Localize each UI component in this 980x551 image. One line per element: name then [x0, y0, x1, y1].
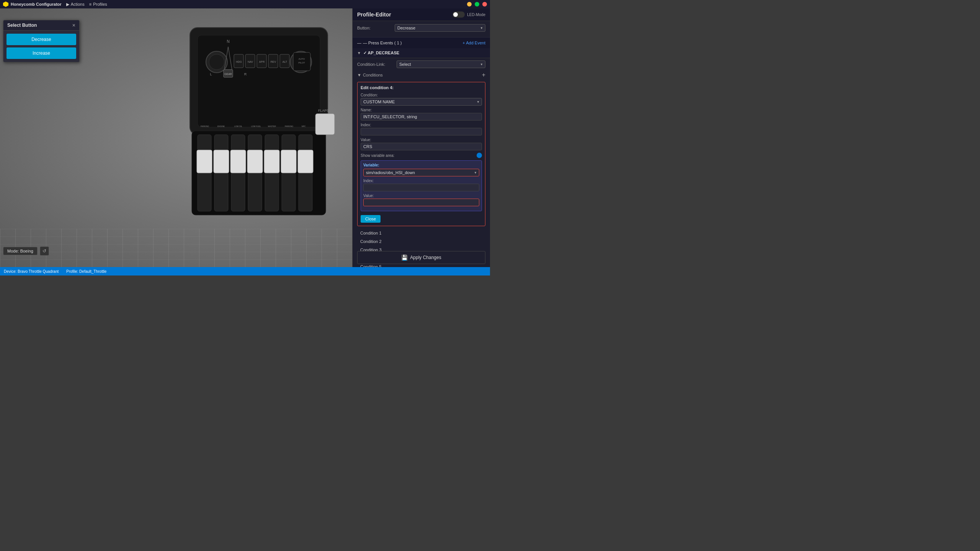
play-icon: ▶	[66, 2, 69, 7]
minimize-button[interactable]	[467, 2, 472, 7]
ap-decrease-title: ✓ AP_DECREASE	[363, 51, 399, 55]
close-condition-button[interactable]: Close	[361, 215, 381, 223]
condition-field-label: Condition:	[361, 93, 482, 97]
increase-button[interactable]: Increase	[7, 47, 76, 59]
panel-title: Profile-Editor	[357, 11, 391, 18]
variable-section-title: Variable:	[363, 163, 479, 167]
svg-rect-39	[298, 150, 313, 173]
name-input[interactable]	[361, 113, 482, 121]
svg-text:LOW FUEL: LOW FUEL	[251, 125, 261, 127]
panel-header: Profile-Editor LED-Mode	[353, 8, 490, 21]
svg-rect-41	[315, 114, 335, 135]
add-condition-button[interactable]: +	[482, 72, 485, 78]
edit-condition-title: Edit condition 4:	[361, 85, 482, 90]
press-events-title: — — Press Events ( 1 )	[357, 41, 402, 45]
var-value-input[interactable]	[363, 199, 479, 206]
svg-text:ALT: ALT	[282, 60, 287, 63]
svg-point-3	[209, 54, 224, 70]
button-section: Button: Decrease	[353, 21, 490, 37]
button-dropdown[interactable]: Decrease	[395, 24, 485, 32]
throttle-svg: HDG NAV APR REV ALT AUTO PILOT N L R GEA…	[167, 16, 351, 230]
conditions-title-row: ▼ Conditions	[357, 73, 383, 77]
svg-text:FLAPS: FLAPS	[318, 109, 329, 112]
svg-text:GEAR: GEAR	[224, 73, 232, 75]
led-mode-toggle[interactable]	[452, 11, 465, 18]
svg-text:NAV: NAV	[248, 60, 253, 63]
value-input[interactable]	[361, 143, 482, 150]
app-title: Honeycomb Configurator	[11, 2, 62, 7]
popup-close-button[interactable]: ×	[72, 23, 75, 28]
svg-rect-34	[214, 150, 229, 173]
svg-text:HDG: HDG	[236, 60, 242, 63]
svg-rect-36	[247, 150, 263, 173]
profile-info: Profile: Default_Throttle	[66, 269, 106, 274]
list-icon: ≡	[89, 2, 91, 7]
conditions-label: Conditions	[363, 73, 383, 77]
app-logo: Honeycomb Configurator	[3, 2, 62, 7]
show-variable-row: Show variable area:	[361, 153, 482, 158]
name-field-label: Name:	[361, 108, 482, 112]
condition-link-label: Condition-Link:	[357, 62, 394, 67]
chevron-down-icon: ▼	[357, 51, 361, 55]
variable-input-row: sim/radios/obs_HSI_down	[363, 169, 479, 176]
ap-decrease-section: ▼ ✓ AP_DECREASE Condition-Link: Select ▼…	[353, 48, 490, 267]
show-variable-toggle[interactable]	[477, 153, 482, 158]
popup-title: Select Button	[7, 23, 37, 28]
popup-header: Select Button ×	[3, 20, 79, 31]
variable-dropdown[interactable]: sim/radios/obs_HSI_down	[363, 169, 479, 176]
condition-type-dropdown[interactable]: CUSTOM NAME	[361, 98, 482, 106]
ap-decrease-header[interactable]: ▼ ✓ AP_DECREASE	[353, 48, 490, 58]
svg-text:REV: REV	[270, 60, 276, 63]
select-button-popup: Select Button × Decrease Increase	[3, 20, 80, 62]
apply-changes-button[interactable]: 💾 Apply Changes	[357, 251, 485, 264]
maximize-button[interactable]	[475, 2, 479, 7]
apply-changes-label: Apply Changes	[410, 255, 441, 260]
svg-text:R: R	[244, 72, 247, 76]
condition-link-dropdown[interactable]: Select	[397, 60, 485, 68]
var-index-label: Index:	[363, 179, 479, 183]
conditions-chevron-icon: ▼	[357, 73, 361, 77]
svg-text:LOW OIL: LOW OIL	[234, 125, 242, 127]
var-index-field-row: Index:	[363, 179, 479, 191]
dash-icon: —	[357, 41, 361, 45]
svg-text:MASTER: MASTER	[268, 125, 276, 127]
var-index-input[interactable]	[363, 184, 479, 191]
svg-text:APR: APR	[259, 60, 264, 63]
led-mode-group: LED-Mode	[452, 11, 485, 18]
condition-item-2[interactable]: Condition 2	[357, 238, 485, 245]
value-field-row: Value:	[361, 138, 482, 150]
mode-badge-area: Mode: Boeing ↺	[3, 246, 49, 256]
refresh-button[interactable]: ↺	[40, 246, 49, 256]
svg-rect-35	[230, 150, 246, 173]
value-field-label: Value:	[361, 138, 482, 142]
menu-item-actions[interactable]: ▶ Actions	[66, 2, 85, 7]
menu-profiles-label: Profiles	[93, 2, 107, 7]
button-value: Decrease	[397, 26, 415, 30]
press-events-label: — Press Events ( 1 )	[363, 41, 402, 45]
svg-rect-38	[281, 150, 296, 173]
menu-bar: Honeycomb Configurator ▶ Actions ≡ Profi…	[0, 0, 490, 8]
show-variable-label: Show variable area:	[361, 153, 394, 158]
press-events-header: — — Press Events ( 1 ) + Add Event	[353, 37, 490, 48]
var-value-label: Value:	[363, 194, 479, 198]
index-field-label: Index:	[361, 123, 482, 127]
svg-rect-1	[198, 35, 320, 127]
index-input[interactable]	[361, 128, 482, 135]
svg-text:ENGINE: ENGINE	[217, 125, 225, 127]
name-field-row: Name:	[361, 108, 482, 121]
svg-text:N: N	[227, 39, 229, 44]
condition-item-1[interactable]: Condition 1	[357, 229, 485, 237]
svg-text:AUTO: AUTO	[298, 58, 305, 60]
svg-text:PARKING: PARKING	[285, 125, 293, 127]
decrease-button[interactable]: Decrease	[7, 34, 76, 45]
add-event-button[interactable]: + Add Event	[462, 41, 485, 45]
mode-tag: Mode: Boeing	[3, 247, 38, 255]
close-button[interactable]	[482, 2, 487, 7]
variable-section: Variable: sim/radios/obs_HSI_down Index:…	[361, 160, 482, 211]
menu-actions-label: Actions	[71, 2, 85, 7]
status-bar: Device: Bravo Throttle Quadrant Profile:…	[0, 267, 490, 276]
menu-item-profiles[interactable]: ≡ Profiles	[89, 2, 107, 7]
condition-field-row: Condition: CUSTOM NAME	[361, 93, 482, 106]
index-field-row: Index:	[361, 123, 482, 135]
hex-icon	[3, 2, 8, 7]
